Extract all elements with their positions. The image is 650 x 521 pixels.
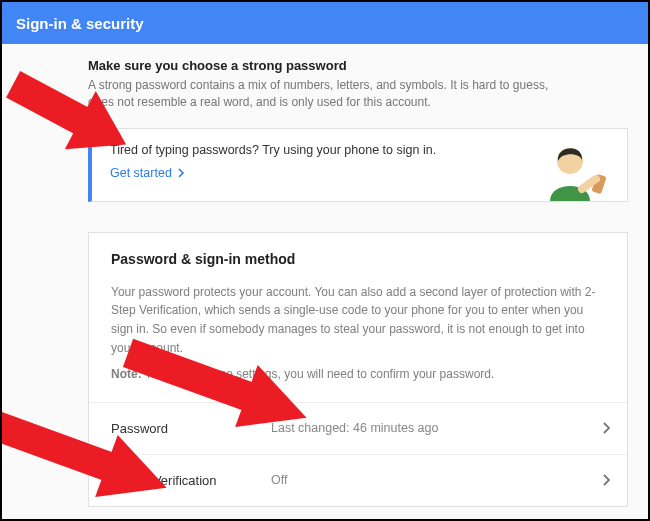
- signin-method-description: Your password protects your account. You…: [89, 273, 627, 365]
- password-row[interactable]: Password Last changed: 46 minutes ago: [89, 402, 627, 454]
- strong-password-description: A strong password contains a mix of numb…: [88, 77, 558, 112]
- strong-password-heading: Make sure you choose a strong password: [88, 58, 628, 73]
- password-value: Last changed: 46 minutes ago: [271, 421, 602, 435]
- signin-method-note: Note: To change these settings, you will…: [89, 365, 627, 402]
- get-started-label: Get started: [110, 166, 172, 180]
- chevron-right-icon: [602, 421, 611, 435]
- page-header: Sign-in & security: [2, 2, 648, 44]
- page-title: Sign-in & security: [16, 15, 144, 32]
- note-label: Note:: [111, 367, 142, 381]
- two-step-verification-row[interactable]: 2-Step Verification Off: [89, 454, 627, 506]
- person-phone-illustration: [532, 139, 617, 201]
- signin-method-heading: Password & sign-in method: [89, 233, 627, 273]
- password-label: Password: [111, 421, 271, 436]
- get-started-link[interactable]: Get started: [110, 166, 186, 180]
- two-step-value: Off: [271, 473, 602, 487]
- chevron-right-icon: [178, 168, 186, 178]
- note-text: To change these settings, you will need …: [142, 367, 495, 381]
- signin-method-card: Password & sign-in method Your password …: [88, 232, 628, 507]
- main-content: Make sure you choose a strong password A…: [2, 44, 648, 521]
- chevron-right-icon: [602, 473, 611, 487]
- two-step-label: 2-Step Verification: [111, 473, 271, 488]
- phone-signin-card: Tired of typing passwords? Try using you…: [88, 128, 628, 202]
